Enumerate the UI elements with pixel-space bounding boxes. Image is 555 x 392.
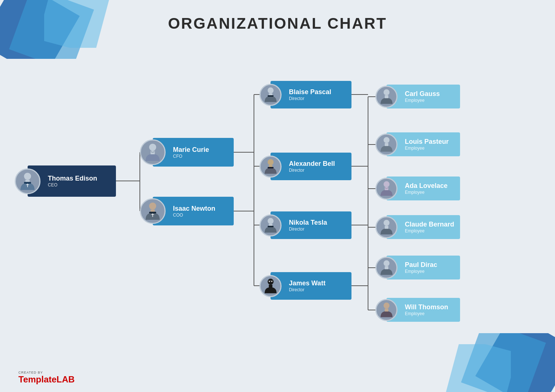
svg-point-27 xyxy=(149,144,156,151)
svg-point-48 xyxy=(383,89,389,95)
node-employee-5: Paul Dirac Employee xyxy=(386,256,460,279)
node-employee-4-name: Claude Bernard xyxy=(405,221,454,228)
node-coo-text: Isaac Newton COO xyxy=(166,202,220,221)
node-director-3: Nikola Tesla Director xyxy=(271,211,351,239)
svg-point-40 xyxy=(268,218,273,224)
svg-rect-59 xyxy=(385,309,388,311)
node-director-1: Blaise Pascal Director xyxy=(271,81,351,108)
avatar-director-4 xyxy=(259,275,282,297)
node-director-2-text: Alexander Bell Director xyxy=(282,157,339,176)
logo-brand-prefix: Template xyxy=(18,374,57,384)
avatar-director-1 xyxy=(259,84,282,106)
node-employee-4-text: Claude Bernard Employee xyxy=(397,218,459,236)
svg-point-29 xyxy=(149,203,156,210)
node-employee-6-name: Will Thomson xyxy=(405,303,448,311)
node-employee-3-name: Ada Lovelace xyxy=(405,182,448,190)
svg-point-56 xyxy=(383,260,389,266)
avatar-coo xyxy=(140,198,166,224)
node-director-2-name: Alexander Bell xyxy=(289,160,335,168)
node-employee-2-name: Louis Pasteur xyxy=(405,138,449,146)
avatar-director-2 xyxy=(259,156,282,178)
node-employee-5-title: Employee xyxy=(405,269,437,274)
node-cfo-title: CFO xyxy=(173,154,209,159)
node-director-2-title: Director xyxy=(289,168,335,173)
node-ceo-title: CEO xyxy=(48,182,97,188)
node-employee-3-text: Ada Lovelace Employee xyxy=(397,179,452,198)
node-director-1-title: Director xyxy=(289,96,331,101)
avatar-employee-1 xyxy=(375,86,397,108)
logo-brand: TemplateLAB xyxy=(18,374,75,385)
node-employee-5-text: Paul Dirac Employee xyxy=(397,258,442,277)
svg-rect-51 xyxy=(385,143,388,146)
node-cfo-text: Marie Curie CFO xyxy=(166,143,213,162)
svg-rect-31 xyxy=(149,212,156,214)
avatar-employee-2 xyxy=(375,133,397,156)
node-director-3-title: Director xyxy=(289,227,327,232)
svg-rect-39 xyxy=(268,167,273,168)
avatar-ceo xyxy=(15,168,40,194)
svg-rect-24 xyxy=(24,182,31,183)
node-coo-name: Isaac Newton xyxy=(173,205,215,213)
avatar-employee-4 xyxy=(375,216,397,238)
svg-rect-44 xyxy=(269,285,272,288)
node-director-3-name: Nikola Tesla xyxy=(289,219,327,227)
node-director-4-name: James Watt xyxy=(289,279,325,287)
svg-point-43 xyxy=(268,279,273,285)
node-ceo-name: Thomas Edison xyxy=(48,175,97,182)
svg-rect-49 xyxy=(385,95,388,98)
svg-point-22 xyxy=(24,172,31,179)
node-employee-2: Louis Pasteur Employee xyxy=(386,132,460,156)
node-director-3-text: Nikola Tesla Director xyxy=(282,216,332,235)
node-employee-1-name: Carl Gauss xyxy=(405,90,440,98)
node-cfo-name: Marie Curie xyxy=(173,146,209,154)
node-director-2: Alexander Bell Director xyxy=(271,153,351,180)
svg-point-50 xyxy=(383,137,389,143)
node-employee-1-title: Employee xyxy=(405,98,440,103)
avatar-employee-5 xyxy=(375,257,397,279)
node-employee-3: Ada Lovelace Employee xyxy=(386,177,460,200)
node-director-4-text: James Watt Director xyxy=(282,277,330,295)
node-employee-1-text: Carl Gauss Employee xyxy=(397,87,444,106)
svg-point-37 xyxy=(268,159,273,165)
avatar-employee-6 xyxy=(375,299,397,321)
node-employee-3-title: Employee xyxy=(405,190,448,195)
node-director-4-title: Director xyxy=(289,287,325,292)
node-employee-6-text: Will Thomson Employee xyxy=(397,300,453,319)
avatar-employee-3 xyxy=(375,178,397,200)
node-ceo-text: Thomas Edison CEO xyxy=(40,172,102,190)
svg-rect-47 xyxy=(268,281,273,281)
svg-rect-42 xyxy=(268,226,273,227)
svg-point-52 xyxy=(383,181,389,187)
node-employee-2-title: Employee xyxy=(405,146,449,151)
node-employee-6-title: Employee xyxy=(405,311,448,316)
node-ceo: Thomas Edison CEO xyxy=(28,165,116,197)
logo: CREATED BY TemplateLAB xyxy=(18,371,75,385)
avatar-cfo xyxy=(140,139,166,165)
svg-rect-55 xyxy=(385,226,388,229)
svg-rect-36 xyxy=(268,95,273,97)
logo-brand-suffix: LAB xyxy=(57,374,75,384)
node-employee-4-title: Employee xyxy=(405,228,454,234)
avatar-director-3 xyxy=(259,214,282,236)
page-title: ORGANIZATIONAL CHART xyxy=(0,15,555,32)
node-director-1-text: Blaise Pascal Director xyxy=(282,85,336,104)
svg-point-34 xyxy=(268,88,273,93)
org-chart: Thomas Edison CEO Marie Curie CFO xyxy=(15,44,540,355)
node-employee-1: Carl Gauss Employee xyxy=(386,85,460,108)
svg-rect-57 xyxy=(385,266,388,269)
svg-point-58 xyxy=(383,303,389,309)
node-employee-5-name: Paul Dirac xyxy=(405,261,437,269)
node-cfo: Marie Curie CFO xyxy=(153,138,234,167)
node-coo: Isaac Newton COO xyxy=(153,197,234,225)
node-employee-4: Claude Bernard Employee xyxy=(386,215,460,239)
node-director-4: James Watt Director xyxy=(271,272,351,300)
node-director-1-name: Blaise Pascal xyxy=(289,88,331,96)
node-employee-2-text: Louis Pasteur Employee xyxy=(397,135,453,154)
node-employee-6: Will Thomson Employee xyxy=(386,298,460,322)
logo-created-by: CREATED BY xyxy=(18,371,43,374)
svg-point-54 xyxy=(383,220,389,226)
node-coo-title: COO xyxy=(173,213,215,218)
